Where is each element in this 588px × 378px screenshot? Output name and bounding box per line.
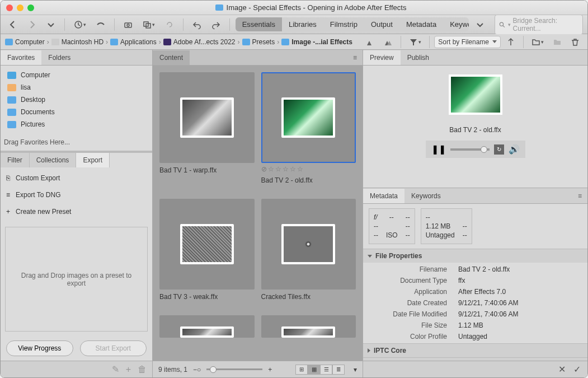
- apply-icon[interactable]: ✓: [573, 364, 581, 375]
- funnel-filter-button[interactable]: ▾: [406, 35, 425, 49]
- view-list[interactable]: ≣: [332, 365, 345, 375]
- export-dng[interactable]: ≡Export To DNG: [1, 186, 152, 203]
- title-bar: Image - Special Effects - Opening in Ado…: [1, 1, 587, 15]
- star-icon[interactable]: ☆: [283, 165, 289, 173]
- sort-dropdown[interactable]: Sort by Filename: [434, 36, 501, 48]
- tab-preview[interactable]: Preview: [363, 50, 401, 65]
- zoom-window-icon[interactable]: [27, 4, 34, 11]
- crumb-applications[interactable]: Applications: [110, 38, 157, 46]
- pause-icon[interactable]: ❚❚: [431, 144, 446, 155]
- boomerang-button[interactable]: [93, 18, 109, 31]
- metadata-menu-icon[interactable]: ≡: [572, 192, 587, 200]
- sort-direction-button[interactable]: [503, 35, 519, 49]
- thumbnail-size-slider[interactable]: [206, 368, 262, 370]
- tab-collections[interactable]: Collections: [30, 153, 77, 167]
- star-icon[interactable]: ☆: [275, 165, 281, 173]
- open-in-button[interactable]: ▾: [139, 18, 158, 31]
- right-footer: ✕ ✓: [363, 361, 587, 377]
- export-tabs: Filter Collections Export: [1, 153, 152, 167]
- thumb-item-selected[interactable]: ⊘☆☆☆☆☆ Bad TV 2 - old.ffx: [261, 72, 356, 184]
- volume-icon[interactable]: 🔊: [509, 144, 520, 155]
- fav-desktop[interactable]: Desktop: [3, 94, 150, 106]
- tab-output[interactable]: Output: [364, 17, 399, 31]
- tab-essentials[interactable]: Essentials: [236, 17, 282, 31]
- tab-filter[interactable]: Filter: [1, 153, 30, 167]
- fav-documents[interactable]: Documents: [3, 106, 150, 118]
- camera-button[interactable]: [120, 18, 136, 31]
- tab-folders[interactable]: Folders: [41, 50, 77, 65]
- content-menu-icon[interactable]: ≡: [347, 54, 363, 62]
- thumb-item[interactable]: [159, 315, 255, 338]
- redo-button[interactable]: [208, 18, 224, 31]
- tab-libraries[interactable]: Libraries: [282, 17, 323, 31]
- reject-icon[interactable]: ⊘: [261, 165, 267, 173]
- star-icon[interactable]: ☆: [268, 165, 274, 173]
- star-icon[interactable]: ☆: [297, 165, 303, 173]
- loop-icon[interactable]: ↻: [494, 144, 504, 155]
- tab-filmstrip[interactable]: Filmstrip: [323, 17, 364, 31]
- crumb-presets[interactable]: Presets: [242, 38, 275, 46]
- view-grid[interactable]: ▦: [308, 365, 320, 375]
- new-folder-button[interactable]: ▾: [528, 35, 547, 49]
- play-slider[interactable]: [450, 148, 490, 151]
- preview-playbar: ❚❚ ↻ 🔊: [426, 141, 525, 158]
- tab-keywords[interactable]: Keywords: [404, 189, 448, 203]
- zoom-out-icon[interactable]: −○: [193, 366, 201, 374]
- fav-home[interactable]: lisa: [3, 81, 150, 94]
- export-custom[interactable]: ⎘Custom Export: [1, 170, 152, 186]
- svg-point-5: [500, 22, 503, 26]
- trash-button[interactable]: [567, 35, 583, 49]
- tab-content[interactable]: Content: [153, 50, 190, 65]
- start-export-button[interactable]: Start Export: [80, 340, 147, 356]
- forward-button[interactable]: [24, 18, 40, 31]
- preview-filename: Bad TV 2 - old.ffx: [449, 126, 501, 134]
- tab-export[interactable]: Export: [76, 153, 110, 167]
- window-controls: [6, 4, 34, 11]
- section-header[interactable]: IPTC Core: [363, 344, 587, 357]
- undo-button[interactable]: [189, 18, 205, 31]
- fav-computer[interactable]: Computer: [3, 69, 150, 81]
- plus-icon[interactable]: +: [126, 365, 131, 375]
- minimize-window-icon[interactable]: [17, 4, 23, 11]
- thumb-item[interactable]: Bad TV 3 - weak.ffx: [159, 199, 255, 301]
- export-dropzone[interactable]: Drag and Drop images on a preset to expo…: [5, 227, 148, 332]
- history-button[interactable]: ▾: [70, 18, 90, 31]
- tab-keywords[interactable]: Keywords: [443, 17, 469, 31]
- view-details[interactable]: ☰: [320, 365, 332, 375]
- cancel-icon[interactable]: ✕: [558, 364, 566, 375]
- export-new-preset[interactable]: +Create new Preset: [1, 203, 152, 220]
- pencil-icon[interactable]: ✎: [112, 364, 119, 375]
- filter-ratings-button[interactable]: [363, 35, 378, 49]
- trash-icon[interactable]: 🗑: [138, 365, 147, 375]
- zoom-in-icon[interactable]: +: [268, 366, 272, 374]
- view-grid-lock[interactable]: ⊞: [295, 365, 308, 375]
- back-button[interactable]: [5, 18, 21, 31]
- tab-publish[interactable]: Publish: [401, 50, 436, 65]
- tab-metadata[interactable]: Metadata: [399, 17, 443, 31]
- filter-labels-button[interactable]: [380, 35, 396, 49]
- recent-dropdown[interactable]: [43, 18, 59, 31]
- view-progress-button[interactable]: View Progress: [6, 340, 73, 356]
- crumb-current[interactable]: Image -...ial Effects: [281, 38, 352, 46]
- thumb-item[interactable]: Bad TV 1 - warp.ffx: [159, 72, 255, 184]
- thumb-item[interactable]: Cracked Tiles.ffx: [261, 199, 356, 301]
- section-header[interactable]: File Properties: [363, 249, 587, 263]
- refresh-button[interactable]: [162, 18, 177, 31]
- rating-row[interactable]: ⊘☆☆☆☆☆: [261, 165, 356, 173]
- more-workspaces-button[interactable]: [472, 18, 488, 31]
- fav-pictures[interactable]: Pictures: [3, 118, 150, 130]
- star-icon[interactable]: ☆: [290, 165, 296, 173]
- chevron-down-icon[interactable]: ▾: [354, 366, 357, 374]
- thumb-item[interactable]: [261, 315, 356, 338]
- search-input[interactable]: ▾ Bridge Search: Current...: [495, 15, 583, 35]
- section-file-properties: File Properties FilenameBad TV 2 - old.f…: [363, 249, 587, 343]
- crumb-macintosh-hd[interactable]: Macintosh HD: [51, 38, 104, 46]
- open-button[interactable]: [549, 35, 565, 49]
- close-window-icon[interactable]: [6, 4, 13, 11]
- tab-metadata[interactable]: Metadata: [363, 189, 404, 203]
- main-toolbar: ▾ ▾ Essentials Libraries Filmstrip Outpu…: [1, 15, 587, 34]
- crumb-ae[interactable]: Adobe Af...ects 2022: [163, 38, 236, 46]
- tab-favorites[interactable]: Favorites: [1, 50, 41, 65]
- preview-tabs: Preview Publish: [363, 50, 587, 66]
- crumb-computer[interactable]: Computer: [5, 38, 45, 46]
